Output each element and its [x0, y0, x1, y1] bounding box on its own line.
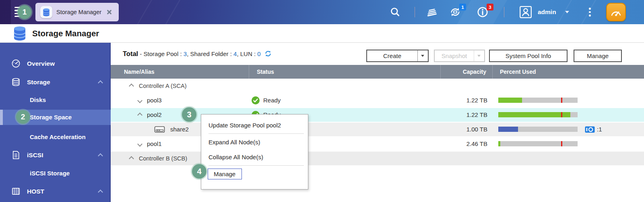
sidebar-item-label: Disks [30, 93, 46, 107]
chevron-up-icon[interactable] [98, 190, 103, 195]
sync-badge[interactable]: 1 [459, 4, 466, 10]
snapshot-icon [585, 126, 595, 135]
top-bar: Storage Manager 1 [0, 0, 644, 24]
sidebar-item-label: HOST [27, 184, 44, 199]
capacity-value: 1.00 TB [417, 123, 487, 136]
row-name: pool2 [147, 108, 162, 122]
tree-chevron-down-icon[interactable] [137, 98, 142, 103]
sidebar-item-overview[interactable]: Overview [0, 56, 111, 71]
table-row-controller-b-scb[interactable]: Controller B (SCB) [111, 152, 644, 165]
tree-chevron-up-icon[interactable] [137, 112, 142, 118]
resource-monitor-icon[interactable] [606, 3, 626, 21]
main-content: Total - Storage Pool : 3, Shared Folder … [111, 43, 644, 202]
menu-item-collapse-all-node-s[interactable]: Collapse All Node(s) [201, 150, 308, 165]
menu-item-update-storage-pool-pool2[interactable]: Update Storage Pool pool2 [201, 118, 308, 133]
menu-item-manage[interactable]: Manage [201, 167, 308, 181]
sidebar-item-label: iSCSI [27, 148, 43, 162]
search-icon[interactable] [390, 6, 400, 19]
database-icon [11, 77, 21, 88]
decor-streak [576, 0, 599, 24]
sidebar-item-iscsi[interactable]: iSCSI [0, 148, 111, 162]
sidebar-item-label: Storage [27, 75, 50, 90]
status-text: Ready [263, 94, 281, 107]
snapshot-count: :1 [597, 123, 602, 136]
app-tab-storage-manager[interactable]: Storage Manager [35, 3, 119, 21]
sidebar-item-label: Storage Space [30, 110, 72, 124]
decor-streak [161, 0, 183, 24]
user-icon[interactable] [518, 5, 533, 21]
menu-item-expand-all-node-s[interactable]: Expand All Node(s) [201, 135, 308, 150]
document-icon [11, 150, 21, 161]
tab-label: Storage Manager [56, 9, 101, 15]
app-header: Storage Manager ? [0, 24, 644, 43]
sidebar-item-host[interactable]: HOST [0, 184, 111, 199]
threshold-tick [561, 141, 562, 146]
info-badge[interactable]: 3 [487, 4, 493, 10]
sidebar-item-iscsi-storage[interactable]: iSCSI Storage [0, 166, 111, 181]
percent-used-bar [498, 98, 578, 103]
sidebar-item-label: Cache Acceleration [30, 130, 86, 144]
topbar-divider [415, 7, 415, 17]
threshold-tick [561, 112, 562, 117]
capacity-value: 1.22 TB [417, 94, 487, 107]
annotation-badge-1: 1 [18, 5, 31, 19]
status-ready-icon [252, 96, 260, 106]
table-row-controller-a-sca[interactable]: Controller A (SCA) [111, 79, 644, 93]
annotation-badge-4: 4 [192, 164, 206, 179]
annotation-badge-2: 2 [16, 110, 30, 124]
selected-indicator [0, 110, 3, 125]
sidebar-item-label: iSCSI Storage [30, 166, 70, 181]
storage-manager-app-icon [40, 6, 52, 18]
shared-folder-icon [154, 125, 165, 135]
more-options-icon[interactable] [589, 8, 591, 18]
tree-chevron-down-icon[interactable] [137, 142, 142, 147]
chevron-down-icon [565, 11, 569, 13]
sidebar: OverviewStorageDisksStorage SpaceCache A… [0, 43, 111, 202]
page-title: Storage Manager [32, 24, 99, 43]
decor-streak [132, 0, 155, 24]
tab-close-icon[interactable] [106, 9, 112, 15]
annotation-badge-3: 3 [182, 107, 196, 122]
row-name: share2 [170, 123, 189, 136]
row-name: Controller A (SCA) [139, 79, 186, 93]
chevron-up-icon[interactable] [98, 80, 103, 85]
host-icon [11, 187, 21, 198]
tree-chevron-up-icon[interactable] [129, 156, 134, 161]
threshold-tick [561, 98, 562, 103]
menu-divider [208, 165, 304, 166]
storage-manager-title-icon [12, 26, 27, 43]
focused-menu-item-box[interactable]: Manage [208, 169, 242, 179]
sidebar-item-cache-acceleration[interactable]: Cache Acceleration [0, 130, 111, 144]
menu-divider [208, 133, 304, 134]
row-name: pool1 [147, 137, 162, 151]
row-name: Controller B (SCB) [139, 152, 187, 165]
capacity-value: 1.22 TB [417, 108, 487, 122]
topbar-left-strip [0, 0, 11, 24]
percent-used-bar [498, 112, 578, 117]
context-menu: Update Storage Pool pool2Expand All Node… [201, 114, 308, 190]
sidebar-item-disks[interactable]: Disks [0, 93, 111, 107]
row-name: pool3 [147, 94, 162, 107]
capacity-value: 2.46 TB [417, 137, 487, 151]
tree-chevron-up-icon[interactable] [129, 83, 134, 89]
percent-used-bar [498, 141, 578, 146]
table-row-share2[interactable]: share21.00 TB:1 [111, 123, 644, 136]
chevron-up-icon[interactable] [98, 153, 103, 158]
topbar-divider [504, 7, 504, 17]
admin-menu[interactable]: admin [538, 0, 556, 24]
gauge-icon [11, 59, 21, 70]
sidebar-item-storage[interactable]: Storage [0, 75, 111, 90]
table-row-pool3[interactable]: pool3Ready1.22 TB [111, 94, 644, 107]
screen: Storage Manager 1 [0, 0, 644, 202]
sidebar-item-label: Overview [27, 56, 55, 71]
background-tasks-icon[interactable] [426, 6, 438, 20]
table-row-pool1[interactable]: pool12.46 TB [111, 137, 644, 151]
percent-used-bar [498, 127, 578, 132]
